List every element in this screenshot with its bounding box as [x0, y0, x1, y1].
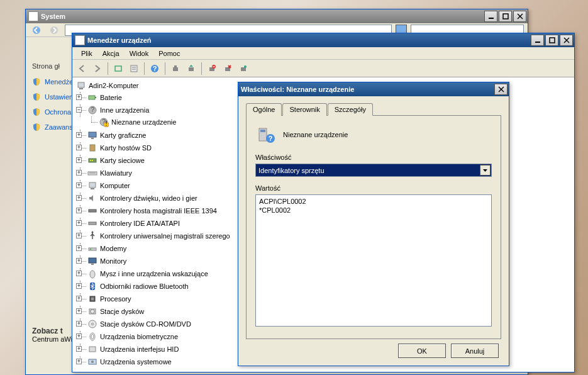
disable-button[interactable]	[221, 62, 235, 76]
ok-button[interactable]: OK	[398, 344, 446, 358]
tree-toggle[interactable]: +	[76, 145, 82, 150]
close-button[interactable]	[494, 84, 508, 95]
tree-node[interactable]: Odbiorniki radiowe Bluetooth	[87, 281, 189, 291]
nav-back-button[interactable]	[75, 62, 89, 76]
tree-node[interactable]: Stacje dysków	[87, 306, 144, 316]
tree-node[interactable]: Komputer	[87, 181, 130, 191]
properties-button[interactable]	[127, 62, 141, 76]
value-item[interactable]: *CPL0002	[259, 206, 488, 215]
minimize-button[interactable]	[531, 35, 544, 46]
scan-hardware-button[interactable]	[169, 62, 182, 76]
menu-widok[interactable]: Widok	[125, 48, 154, 59]
tree-toggle[interactable]: +	[76, 208, 82, 213]
tree-node[interactable]: Kontrolery uniwersalnej magistrali szere…	[87, 231, 230, 241]
tree-toggle[interactable]: +	[76, 308, 82, 314]
see-also-link[interactable]: Centrum a	[32, 335, 64, 343]
svg-point-54	[90, 271, 95, 278]
value-listbox[interactable]: ACPI\CPL0002*CPL0002	[255, 194, 492, 327]
tree-toggle[interactable]: +	[76, 94, 82, 100]
cancel-button[interactable]: Anuluj	[451, 344, 499, 358]
tab-sterownik[interactable]: Sterownik	[282, 103, 326, 116]
tree-node[interactable]: ?Inne urządzenia	[87, 105, 149, 115]
property-dropdown[interactable]: Identyfikatory sprzętu	[255, 164, 492, 177]
maximize-button[interactable]	[499, 11, 512, 22]
value-item[interactable]: ACPI\CPL0002	[259, 197, 488, 206]
svg-text:!: !	[105, 120, 107, 127]
tree-toggle[interactable]: +	[76, 220, 82, 226]
tab-ogólne[interactable]: Ogólne	[246, 103, 282, 116]
tree-node[interactable]: Karty sieciowe	[87, 155, 145, 165]
svg-rect-70	[260, 130, 265, 132]
svg-rect-30	[95, 97, 96, 98]
maximize-button[interactable]	[545, 35, 558, 46]
tree-root[interactable]: Adin2-Komputer	[76, 81, 139, 91]
tree-node[interactable]: Kontrolery IDE ATA/ATAPI	[87, 218, 180, 228]
tree-node[interactable]: Kontrolery hosta magistrali IEEE 1394	[87, 206, 217, 216]
tree-toggle[interactable]: +	[76, 233, 82, 238]
svg-rect-28	[79, 88, 83, 89]
tree-node[interactable]: Modemy	[87, 243, 126, 254]
tree-toggle[interactable]: +	[76, 283, 82, 289]
net-icon	[87, 155, 97, 165]
tree-node[interactable]: Monitory	[87, 256, 126, 266]
system-icon	[28, 11, 38, 21]
tree-node[interactable]: Stacje dysków CD-ROM/DVD	[87, 319, 191, 329]
svg-point-63	[91, 334, 94, 339]
enable-button[interactable]	[236, 62, 250, 76]
tree-node[interactable]: Karty graficzne	[87, 130, 146, 140]
sd-icon	[87, 143, 97, 153]
tree-toggle[interactable]: +	[76, 258, 82, 264]
menu-plik[interactable]: Plik	[76, 48, 97, 59]
svg-rect-22	[225, 67, 230, 71]
display-icon	[87, 130, 97, 140]
property-label: Właściwość	[255, 154, 492, 161]
tree-toggle[interactable]: +	[76, 333, 82, 339]
menu-akcja[interactable]: Akcja	[97, 48, 125, 59]
tree-node[interactable]: Klawiatury	[87, 168, 132, 178]
help-button[interactable]: ?	[148, 62, 162, 76]
tree-node[interactable]: Urządzenia biometryczne	[87, 332, 178, 342]
svg-rect-11	[131, 65, 137, 72]
back-button[interactable]	[30, 23, 43, 37]
minimize-button[interactable]	[484, 11, 497, 22]
tree-toggle[interactable]: +	[76, 271, 82, 276]
tree-node[interactable]: Kontrolery dźwięku, wideo i gier	[87, 193, 197, 203]
tree-node[interactable]: Mysz i inne urządzenia wskazujące	[87, 269, 208, 279]
tree-toggle[interactable]: +	[76, 170, 82, 176]
uninstall-button[interactable]	[205, 62, 219, 76]
tree-toggle[interactable]: +	[76, 346, 82, 352]
tree-toggle[interactable]: +	[76, 195, 82, 201]
show-hidden-button[interactable]	[111, 62, 125, 76]
tree-toggle[interactable]: +	[76, 157, 82, 163]
svg-text:?: ?	[153, 65, 157, 72]
tree-toggle[interactable]: +	[76, 182, 82, 188]
tab-szczegóły[interactable]: Szczegóły	[328, 103, 373, 116]
tree-leaf[interactable]: ?!Nieznane urządzenie	[99, 117, 176, 127]
dm-window-buttons	[531, 35, 573, 46]
system-titlebar[interactable]: System	[26, 9, 528, 23]
tree-node[interactable]: Urządzenia interfejsu HID	[87, 344, 179, 354]
svg-rect-39	[90, 145, 95, 151]
nav-forward-button[interactable]	[91, 62, 104, 76]
menu-pomoc[interactable]: Pomoc	[153, 48, 185, 59]
tree-node[interactable]: Procesory	[87, 294, 131, 304]
tree-toggle[interactable]: +	[76, 245, 82, 251]
close-button[interactable]	[513, 11, 526, 22]
svg-rect-29	[89, 96, 95, 99]
update-driver-button[interactable]	[184, 62, 198, 76]
forward-button[interactable]	[47, 23, 61, 37]
tree-toggle[interactable]: +	[76, 321, 82, 327]
tree-node[interactable]: Karty hostów SD	[87, 143, 152, 153]
tree-toggle[interactable]: +	[76, 132, 82, 138]
tree-toggle[interactable]: −	[76, 107, 82, 113]
chevron-down-icon	[480, 165, 491, 176]
props-titlebar[interactable]: Właściwości: Nieznane urządzenie	[238, 82, 509, 96]
dm-icon	[75, 35, 85, 45]
tree-toggle[interactable]: +	[76, 359, 82, 364]
svg-rect-16	[173, 67, 178, 71]
tree-toggle[interactable]: +	[76, 296, 82, 301]
tree-node[interactable]: Urządzenia systemowe	[87, 357, 172, 367]
dm-titlebar[interactable]: Menedżer urządzeń	[72, 33, 574, 47]
tree-node[interactable]: Baterie	[87, 92, 122, 103]
close-button[interactable]	[560, 35, 573, 46]
